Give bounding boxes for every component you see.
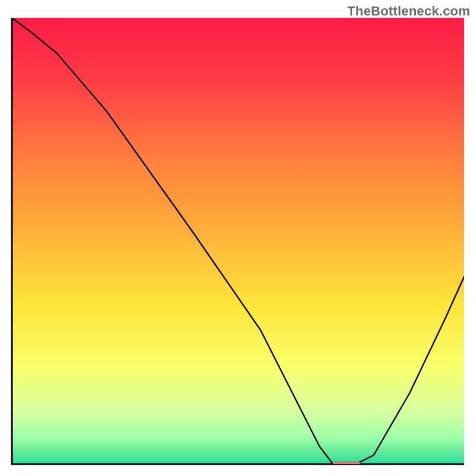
gradient-background: [12, 18, 464, 464]
chart-stage: TheBottleneck.com: [0, 0, 476, 476]
bottleneck-plot: [0, 0, 476, 476]
watermark-text: TheBottleneck.com: [347, 4, 470, 19]
optimal-range-marker: [333, 461, 361, 467]
